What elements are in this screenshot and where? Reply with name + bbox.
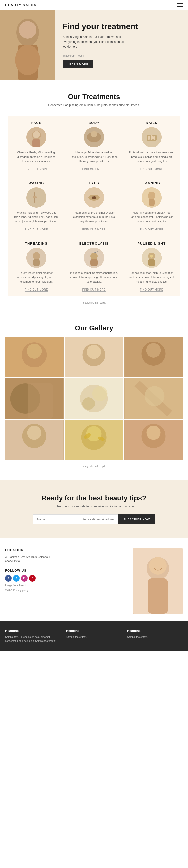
treatments-title: Our Treatments bbox=[7, 93, 181, 101]
treatment-tanning-title: TANNING bbox=[127, 181, 176, 185]
gallery-grid bbox=[5, 337, 183, 460]
pinterest-icon[interactable]: p bbox=[29, 575, 36, 582]
treatment-nails-title: NAILS bbox=[127, 121, 176, 125]
newsletter-email-input[interactable] bbox=[76, 515, 118, 524]
svg-point-56 bbox=[145, 386, 165, 406]
treatment-eyes-title: EYES bbox=[70, 181, 118, 185]
footer-col-3-text: Sample footer text. bbox=[127, 635, 183, 639]
facebook-icon[interactable]: f bbox=[5, 575, 11, 582]
location-title: LOCATION bbox=[5, 548, 55, 552]
footer-right bbox=[60, 548, 183, 614]
svg-point-11 bbox=[91, 131, 97, 137]
gallery-item bbox=[5, 378, 64, 419]
social-icons: f t in p bbox=[5, 575, 55, 582]
gallery-item bbox=[124, 378, 183, 419]
treatment-waxing-desc: Waxing including Hollywood's & Brazilian… bbox=[12, 211, 61, 224]
treatment-waxing-image bbox=[26, 187, 46, 208]
treatment-tanning-desc: Natural, vegan and cruelty-free tanning.… bbox=[127, 211, 176, 224]
treatment-face-link[interactable]: FIND OUT MORE bbox=[25, 168, 48, 171]
newsletter-title: Ready for the best beauty tips? bbox=[7, 494, 181, 502]
learn-more-button[interactable]: LEARN MORE bbox=[63, 60, 93, 68]
twitter-icon[interactable]: t bbox=[13, 575, 20, 582]
gallery-item bbox=[124, 337, 183, 377]
footer-col-2-text: Sample footer text. bbox=[66, 635, 122, 639]
treatments-section: Our Treatments Consectetur adipiscing el… bbox=[0, 80, 188, 312]
gallery-item bbox=[124, 420, 183, 460]
hero-description: Specializing in Skincare & Hair removal … bbox=[63, 35, 128, 49]
gallery-item bbox=[5, 420, 64, 460]
treatment-body-link[interactable]: FIND OUT MORE bbox=[82, 168, 106, 171]
hero-title: Find your treatment bbox=[63, 22, 181, 31]
treatment-nails-link[interactable]: FIND OUT MORE bbox=[140, 168, 163, 171]
header: BEAUTY SALON bbox=[0, 0, 188, 10]
treatment-electrolysis-desc: Includes a complimentary consultation, c… bbox=[70, 271, 118, 284]
treatment-tanning: TANNING Natural, vegan and cruelty-free … bbox=[123, 176, 181, 236]
gallery-item bbox=[5, 337, 64, 377]
hero-section: Find your treatment Specializing in Skin… bbox=[0, 10, 188, 80]
hero-image bbox=[0, 10, 55, 80]
treatment-threading-title: THREADING bbox=[12, 242, 61, 245]
treatment-threading: THREADING Lorem ipsum dolor sit amet, co… bbox=[7, 236, 65, 297]
hero-content: Find your treatment Specializing in Skin… bbox=[55, 14, 188, 76]
svg-point-40 bbox=[27, 344, 42, 359]
footer-model-image bbox=[133, 548, 183, 614]
treatment-nails: NAILS Professional nail care treatments … bbox=[123, 116, 181, 176]
footer-columns: Headline Sample text. Lorem ipsum dolor … bbox=[0, 621, 188, 651]
treatment-threading-link[interactable]: FIND OUT MORE bbox=[25, 288, 48, 291]
treatments-img-credit: Images from Freepik bbox=[7, 301, 181, 304]
treatment-electrolysis-link[interactable]: FIND OUT MORE bbox=[82, 288, 106, 291]
treatment-electrolysis-title: ELECTROLYSIS bbox=[70, 242, 118, 245]
svg-point-71 bbox=[149, 557, 167, 575]
footer-left: LOCATION 38 Jackson Blvd Ste 1020 Chicag… bbox=[5, 548, 55, 614]
treatment-eyes-link[interactable]: FIND OUT MORE bbox=[82, 228, 106, 231]
svg-point-52 bbox=[92, 386, 108, 401]
svg-rect-16 bbox=[153, 136, 155, 140]
footer-col-1: Headline Sample text. Lorem ipsum dolor … bbox=[5, 629, 61, 643]
treatment-tanning-link[interactable]: FIND OUT MORE bbox=[140, 228, 163, 231]
menu-button[interactable] bbox=[178, 3, 183, 7]
svg-rect-70 bbox=[148, 579, 168, 614]
gallery-section: Our Gallery bbox=[0, 312, 188, 473]
svg-point-22 bbox=[92, 196, 96, 199]
treatment-waxing-link[interactable]: FIND OUT MORE bbox=[25, 228, 48, 231]
treatment-tanning-image bbox=[142, 187, 162, 208]
treatment-body-desc: Massage, Microdermabrasion, Exfoliation,… bbox=[70, 150, 118, 164]
treatment-nails-image bbox=[142, 127, 162, 147]
follow-us-title: FOLLOW US bbox=[5, 569, 55, 572]
svg-point-3 bbox=[19, 21, 36, 39]
svg-point-46 bbox=[146, 343, 161, 358]
footer-copyright: ©2021 Privacy policy bbox=[5, 589, 55, 592]
gallery-item bbox=[65, 337, 123, 377]
newsletter-form: SUBSCRIBE NOW bbox=[7, 515, 181, 524]
treatment-face-title: FACE bbox=[12, 121, 61, 125]
newsletter-name-input[interactable] bbox=[33, 515, 76, 524]
treatment-pulsed-link[interactable]: FIND OUT MORE bbox=[140, 288, 163, 291]
footer-col-3: Headline Sample footer text. bbox=[127, 629, 183, 643]
treatment-eyes-desc: Treatments by the original eyelash exten… bbox=[70, 211, 118, 224]
treatment-face-image bbox=[26, 127, 46, 147]
treatment-face-desc: Chemical Peels, Microneedling, Microderm… bbox=[12, 150, 61, 164]
treatment-pulsed-image bbox=[142, 248, 162, 268]
svg-rect-32 bbox=[90, 259, 98, 266]
instagram-icon[interactable]: in bbox=[21, 575, 28, 582]
svg-rect-29 bbox=[33, 259, 40, 266]
footer-col-1-text: Sample text. Lorem ipsum dolor sit amet,… bbox=[5, 635, 61, 643]
treatment-nails-desc: Professional nail care treatments and pr… bbox=[127, 150, 176, 164]
svg-rect-36 bbox=[148, 259, 155, 266]
svg-point-4 bbox=[15, 45, 40, 75]
footer-col-1-title: Headline bbox=[5, 629, 61, 632]
treatment-threading-desc: Lorem ipsum dolor sit amet, consectetur … bbox=[12, 271, 61, 284]
treatment-electrolysis: ELECTROLYSIS Includes a complimentary co… bbox=[65, 236, 123, 297]
treatment-electrolysis-image bbox=[84, 248, 104, 268]
gallery-img-credit: Images from Freepik bbox=[5, 465, 183, 468]
treatment-pulsed-desc: For hair reduction, skin rejuvenation an… bbox=[127, 271, 176, 284]
treatment-body-image bbox=[84, 127, 104, 147]
svg-point-67 bbox=[147, 426, 161, 440]
svg-rect-26 bbox=[149, 199, 155, 206]
treatment-threading-image bbox=[26, 248, 46, 268]
newsletter-section: Ready for the best beauty tips? Subscrib… bbox=[0, 480, 188, 538]
treatment-eyes: EYES Treatments by the original eyelash … bbox=[65, 176, 123, 236]
subscribe-button[interactable]: SUBSCRIBE NOW bbox=[118, 515, 155, 524]
footer-address: 38 Jackson Blvd Ste 1020 Chicago IL 6060… bbox=[5, 555, 55, 564]
gallery-title: Our Gallery bbox=[5, 324, 183, 332]
